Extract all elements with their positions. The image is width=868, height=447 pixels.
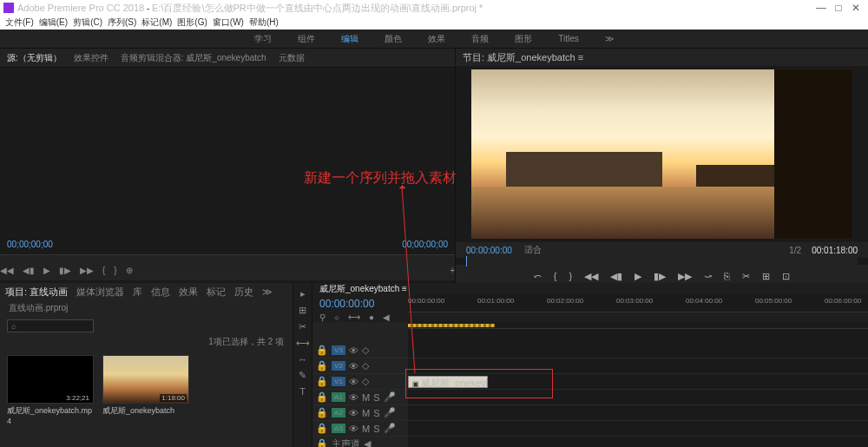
- ws-more[interactable]: ≫: [605, 34, 614, 43]
- clip-name[interactable]: 威尼斯_onekeybatch: [102, 404, 189, 417]
- tab-libraries[interactable]: 库: [133, 286, 142, 299]
- project-item[interactable]: 3:22;21 威尼斯_onekeybatch.mp4: [7, 355, 94, 425]
- tab-project[interactable]: 项目: 直线动画: [5, 286, 68, 299]
- menu-window[interactable]: 窗口(W): [213, 16, 244, 29]
- src-play-icon[interactable]: ▶: [43, 266, 50, 275]
- source-tc-out[interactable]: 00;00;00;00: [402, 240, 448, 249]
- tab-markers[interactable]: 标记: [207, 286, 226, 299]
- prog-step-back-icon[interactable]: ◀▮: [610, 271, 622, 282]
- track-header-a2[interactable]: 🔒A2👁MS🎤: [312, 405, 408, 421]
- tab-info[interactable]: 信息: [151, 286, 170, 299]
- track-header-a3[interactable]: 🔒A3👁MS🎤: [312, 421, 408, 437]
- prog-extract-icon[interactable]: ✂: [742, 271, 750, 282]
- prog-play-icon[interactable]: ▶: [635, 271, 641, 282]
- timeline-sequence-name[interactable]: 威尼斯_onekeybatch ≡: [319, 283, 407, 295]
- ws-learn[interactable]: 学习: [254, 33, 272, 45]
- src-step-back-icon[interactable]: ◀▮: [23, 266, 35, 275]
- type-tool-icon[interactable]: T: [299, 386, 306, 397]
- track-header-a1[interactable]: 🔒A1👁MS🎤: [312, 390, 408, 405]
- prog-export-icon[interactable]: ⊞: [762, 271, 770, 282]
- ws-graphics[interactable]: 图形: [515, 33, 532, 45]
- track-header-v3[interactable]: 🔒V3👁◇: [312, 343, 408, 358]
- program-zoom[interactable]: 1/2: [789, 246, 801, 255]
- ws-audio[interactable]: 音频: [471, 33, 489, 45]
- menu-file[interactable]: 文件(F): [5, 16, 34, 29]
- ws-color[interactable]: 颜色: [385, 33, 402, 45]
- playhead-icon[interactable]: [466, 256, 467, 266]
- program-title[interactable]: 节目: 威尼斯_onekeybatch ≡: [463, 51, 583, 64]
- prog-in-icon[interactable]: {: [554, 271, 557, 281]
- src-in-icon[interactable]: {: [102, 266, 105, 275]
- menu-graphic[interactable]: 图形(G): [177, 16, 207, 29]
- program-monitor[interactable]: [471, 69, 852, 239]
- tab-history[interactable]: 历史: [234, 286, 253, 299]
- prog-lift-icon[interactable]: ⎘: [724, 271, 730, 281]
- ws-effects[interactable]: 效果: [428, 33, 445, 45]
- tab-effect-controls[interactable]: 效果控件: [74, 52, 108, 64]
- prog-mark-in-icon[interactable]: ⤺: [534, 271, 542, 282]
- tab-media-browser[interactable]: 媒体浏览器: [76, 286, 124, 299]
- program-tc[interactable]: 00:00:00:00: [466, 246, 512, 255]
- settings-icon[interactable]: ●: [369, 312, 374, 322]
- src-add-icon[interactable]: +: [450, 266, 455, 275]
- ws-edit[interactable]: 编辑: [341, 33, 358, 45]
- marker-bar[interactable]: [408, 322, 868, 329]
- selection-tool-icon[interactable]: ▸: [300, 288, 306, 299]
- prog-ffwd-icon[interactable]: ▶▶: [678, 271, 692, 282]
- maximize-button[interactable]: □: [830, 2, 847, 14]
- tool-panel: ▸ ⊞ ✂ ⟷ ↔ ✎ T: [293, 283, 312, 447]
- src-insert-icon[interactable]: ⊕: [126, 266, 133, 275]
- link-icon[interactable]: ⟐: [334, 312, 339, 322]
- track-header-v1[interactable]: 🔒V1👁◇: [312, 374, 408, 390]
- snap-icon[interactable]: ⚲: [319, 312, 326, 322]
- project-search-input[interactable]: [7, 319, 94, 332]
- tab-source[interactable]: 源:（无剪辑）: [7, 52, 62, 64]
- src-step-fwd-icon[interactable]: ▮▶: [59, 266, 71, 275]
- tab-metadata[interactable]: 元数据: [279, 52, 305, 64]
- track-header-master[interactable]: 🔒主声道◀: [312, 437, 408, 447]
- clip-name[interactable]: 威尼斯_onekeybatch.mp4: [7, 404, 94, 425]
- source-tc-in[interactable]: 00;00;00;00: [7, 240, 53, 249]
- prog-settings-icon[interactable]: ⊡: [782, 271, 790, 282]
- tab-proj-more[interactable]: ≫: [262, 286, 273, 298]
- track-header-v2[interactable]: 🔒V2👁◇: [312, 358, 408, 374]
- thumbnail[interactable]: 3:22;21: [7, 355, 94, 404]
- menu-edit[interactable]: 编辑(E): [39, 16, 68, 29]
- project-item[interactable]: 1:18:00 威尼斯_onekeybatch: [102, 355, 189, 425]
- marker-icon[interactable]: ⟷: [348, 312, 360, 322]
- menu-clip[interactable]: 剪辑(C): [73, 16, 102, 29]
- minimize-button[interactable]: —: [812, 2, 830, 14]
- thumbnail[interactable]: 1:18:00: [102, 355, 189, 404]
- track-a2[interactable]: [408, 405, 868, 421]
- source-monitor[interactable]: 00;00;00;00 00;00;00;00: [0, 68, 455, 254]
- ws-assembly[interactable]: 组件: [298, 33, 315, 45]
- ruler-tick: 00:01:00:00: [477, 297, 514, 305]
- razor-tool-icon[interactable]: ✂: [299, 321, 306, 332]
- tab-audio-mixer[interactable]: 音频剪辑混合器: 威尼斯_onekeybatch: [121, 52, 266, 64]
- src-ffwd-icon[interactable]: ▶▶: [80, 266, 94, 275]
- wrench-icon[interactable]: ◀: [383, 312, 390, 322]
- close-button[interactable]: ✕: [847, 2, 865, 14]
- program-fit[interactable]: 适合: [524, 244, 542, 256]
- menu-sequence[interactable]: 序列(S): [108, 16, 136, 29]
- prog-step-fwd-icon[interactable]: ▮▶: [654, 271, 666, 282]
- program-scrubber[interactable]: [466, 258, 858, 265]
- track-a3[interactable]: [408, 421, 868, 437]
- pen-tool-icon[interactable]: ↔: [298, 354, 307, 365]
- timeline-tc[interactable]: 00:00:00:00: [319, 298, 374, 310]
- prog-mark-out-icon[interactable]: ⤻: [704, 271, 712, 282]
- menu-help[interactable]: 帮助(H): [249, 16, 279, 29]
- slip-tool-icon[interactable]: ⟷: [296, 338, 310, 349]
- menu-marker[interactable]: 标记(M): [141, 16, 172, 29]
- hand-tool-icon[interactable]: ✎: [299, 370, 306, 381]
- ws-titles[interactable]: Titles: [558, 34, 579, 43]
- src-out-icon[interactable]: }: [114, 266, 116, 275]
- prog-out-icon[interactable]: }: [569, 271, 573, 281]
- project-selection-info: 1项已选择，共 2 项: [0, 336, 293, 348]
- track-select-tool-icon[interactable]: ⊞: [299, 305, 306, 316]
- src-rewind-icon[interactable]: ◀◀: [0, 266, 14, 275]
- timeline-ruler[interactable]: 00:00:00:00 00:01:00:00 00:02:00:00 00:0…: [408, 295, 868, 312]
- prog-rewind-icon[interactable]: ◀◀: [584, 271, 598, 282]
- tab-proj-effects[interactable]: 效果: [179, 286, 198, 299]
- track-v3[interactable]: [408, 343, 868, 358]
